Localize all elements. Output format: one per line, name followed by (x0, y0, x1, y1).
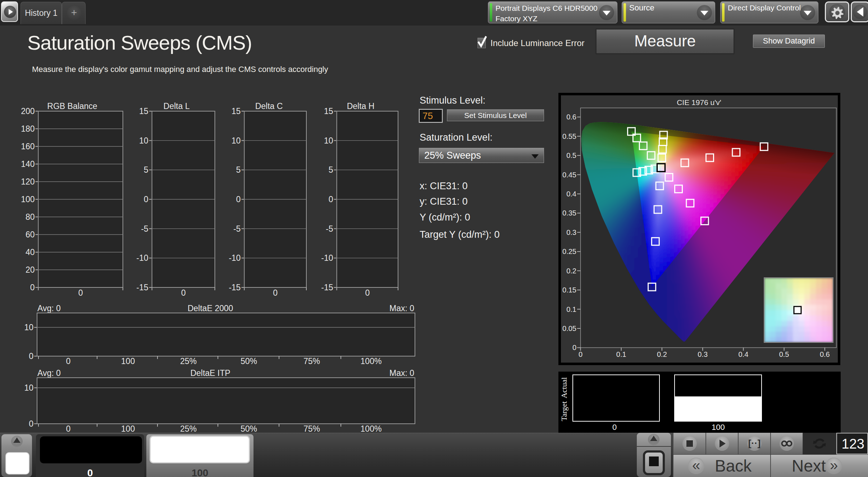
svg-text:0: 0 (579, 350, 583, 358)
svg-text:0.25: 0.25 (562, 247, 576, 255)
svg-text:0.5: 0.5 (566, 151, 576, 159)
svg-text:0.1: 0.1 (566, 305, 576, 313)
svg-text:0.2: 0.2 (657, 350, 667, 358)
svg-text:0.4: 0.4 (566, 190, 576, 198)
svg-text:0: 0 (572, 344, 576, 351)
svg-text:0.55: 0.55 (562, 132, 576, 140)
svg-text:0.4: 0.4 (738, 350, 748, 358)
svg-text:0.6: 0.6 (566, 113, 576, 121)
svg-text:0.35: 0.35 (562, 209, 576, 217)
svg-text:0.15: 0.15 (562, 286, 576, 294)
svg-text:0.05: 0.05 (562, 324, 576, 332)
svg-text:0.5: 0.5 (779, 350, 789, 358)
svg-text:0.1: 0.1 (616, 350, 626, 358)
svg-text:0.2: 0.2 (566, 267, 576, 275)
svg-text:0.3: 0.3 (566, 228, 576, 236)
svg-text:0.3: 0.3 (698, 350, 708, 358)
svg-text:0.45: 0.45 (562, 171, 576, 179)
svg-text:CIE 1976 u'v': CIE 1976 u'v' (677, 98, 721, 106)
svg-text:0.6: 0.6 (820, 350, 830, 358)
